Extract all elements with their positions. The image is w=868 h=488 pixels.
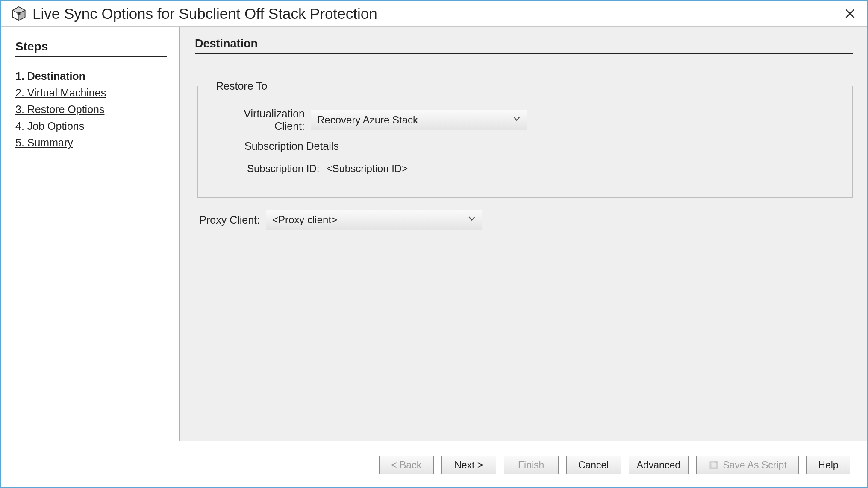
footer-buttons: < Back Next > Finish Cancel Advanced Sav…: [1, 441, 867, 487]
subscription-details-legend: Subscription Details: [242, 140, 341, 152]
subscription-details-group: Subscription Details Subscription ID: <S…: [232, 140, 840, 185]
step-virtual-machines[interactable]: 2. Virtual Machines: [15, 87, 165, 99]
restore-to-legend: Restore To: [213, 80, 270, 92]
main-panel: Destination Restore To Virtualization Cl…: [180, 27, 867, 441]
next-button[interactable]: Next >: [441, 456, 496, 474]
proxy-client-value: <Proxy client>: [272, 214, 337, 226]
help-button[interactable]: Help: [806, 456, 850, 474]
sidebar-heading: Steps: [15, 40, 167, 57]
content-area: Restore To Virtualization Client: Recove…: [180, 54, 867, 441]
virtualization-client-row: Virtualization Client: Recovery Azure St…: [218, 108, 840, 132]
script-icon: [708, 459, 719, 470]
virtualization-client-value: Recovery Azure Stack: [317, 114, 418, 126]
close-button[interactable]: [842, 5, 859, 22]
subscription-id-row: Subscription ID: <Subscription ID>: [247, 163, 828, 175]
steps-sidebar: Steps 1. Destination 2. Virtual Machines…: [1, 27, 180, 441]
step-summary[interactable]: 5. Summary: [15, 137, 165, 149]
titlebar: Live Sync Options for Subclient Off Stac…: [1, 1, 867, 26]
main-header-wrap: Destination: [195, 27, 853, 54]
restore-to-group: Restore To Virtualization Client: Recove…: [197, 80, 853, 198]
proxy-client-label: Proxy Client:: [197, 214, 266, 226]
body-area: Steps 1. Destination 2. Virtual Machines…: [1, 26, 867, 441]
step-restore-options[interactable]: 3. Restore Options: [15, 103, 165, 116]
main-heading: Destination: [195, 37, 853, 54]
save-as-script-label: Save As Script: [723, 459, 787, 471]
step-destination[interactable]: 1. Destination: [15, 70, 165, 82]
window-title: Live Sync Options for Subclient Off Stac…: [32, 5, 842, 22]
finish-button: Finish: [504, 456, 559, 474]
back-button: < Back: [379, 456, 434, 474]
subscription-id-value: <Subscription ID>: [326, 163, 408, 175]
step-job-options[interactable]: 4. Job Options: [15, 120, 165, 132]
virtualization-client-select[interactable]: Recovery Azure Stack: [311, 110, 527, 130]
advanced-button[interactable]: Advanced: [629, 456, 689, 474]
cancel-button[interactable]: Cancel: [566, 456, 621, 474]
save-as-script-button: Save As Script: [696, 456, 799, 474]
virtualization-client-label: Virtualization Client:: [218, 108, 311, 132]
svg-point-3: [17, 12, 20, 15]
chevron-down-icon: [512, 114, 521, 126]
dialog-window: Live Sync Options for Subclient Off Stac…: [0, 0, 868, 488]
subscription-id-label: Subscription ID:: [247, 163, 326, 175]
app-icon: [11, 6, 26, 21]
chevron-down-icon: [467, 214, 477, 226]
proxy-client-row: Proxy Client: <Proxy client>: [197, 210, 853, 230]
proxy-client-select[interactable]: <Proxy client>: [266, 210, 482, 230]
